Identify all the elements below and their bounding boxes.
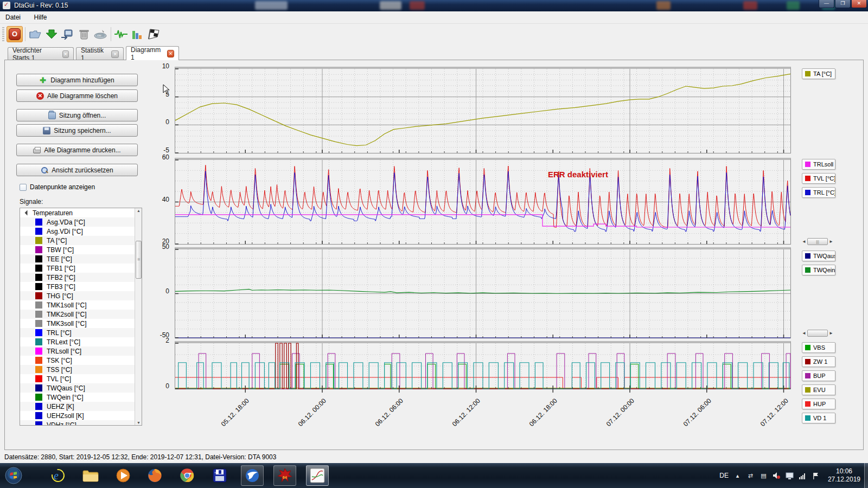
- signal-row[interactable]: TMK3soll [°C]: [20, 319, 142, 328]
- menu-datei[interactable]: Datei: [0, 11, 26, 23]
- csv-export-button[interactable]: csv: [92, 26, 108, 42]
- add-diagram-button[interactable]: ✚ Diagramm hinzufügen: [16, 74, 138, 86]
- signal-row[interactable]: TRLsoll [°C]: [20, 346, 142, 356]
- show-desktop-button[interactable]: [864, 463, 868, 488]
- chart-panel-outdoor-temp[interactable]: [175, 67, 791, 153]
- reset-view-button[interactable]: Ansicht zurücksetzen: [16, 164, 138, 176]
- signal-row[interactable]: TFB3 [°C]: [20, 282, 142, 291]
- taskbar-firefox[interactable]: [143, 465, 166, 486]
- import-button[interactable]: [59, 26, 75, 42]
- scroll-thumb[interactable]: |||: [807, 238, 828, 245]
- signal-row[interactable]: TSS [°C]: [20, 365, 142, 374]
- close-button[interactable]: ✕: [851, 0, 867, 8]
- tab-close-icon[interactable]: ✕: [167, 50, 174, 57]
- legend-item[interactable]: HUP: [802, 399, 835, 409]
- signal-row[interactable]: Asg.VDa [°C]: [20, 217, 142, 227]
- scroll-left-icon[interactable]: ◄: [802, 331, 806, 336]
- taskbar-blue-disk-app[interactable]: †: [208, 465, 231, 486]
- legend-item[interactable]: TRL [°C]: [802, 187, 835, 198]
- sync-tray-icon[interactable]: ⇄: [746, 472, 755, 480]
- title-bar[interactable]: DtaGui - Rev: 0.15 — ❐ ✕: [0, 0, 868, 11]
- chart-panel-heating-temps[interactable]: ERR deaktiviert: [175, 158, 791, 245]
- tab-close-icon[interactable]: ✕: [111, 50, 119, 58]
- start-button[interactable]: [2, 465, 25, 486]
- tab-close-icon[interactable]: ✕: [62, 50, 69, 58]
- taskbar-red-64-app[interactable]: 64: [273, 465, 296, 486]
- taskbar-chrome[interactable]: [176, 465, 199, 486]
- scroll-down-icon[interactable]: ▼: [137, 421, 141, 425]
- taskbar-media-player[interactable]: [112, 465, 135, 486]
- legend-item[interactable]: TWQaus [°: [802, 251, 835, 261]
- tab-statistik[interactable]: Statistik 1 ✕: [76, 47, 124, 60]
- scroll-left-icon[interactable]: ◄: [802, 239, 806, 244]
- scroll-right-icon[interactable]: ►: [829, 239, 833, 244]
- signal-row[interactable]: TEE [°C]: [20, 254, 142, 264]
- signal-row[interactable]: THG [°C]: [20, 291, 142, 300]
- signal-row[interactable]: TVL [°C]: [20, 374, 142, 383]
- power-quit-button[interactable]: [7, 26, 23, 42]
- taskbar-internet-explorer[interactable]: e: [47, 465, 69, 486]
- legend-item[interactable]: TVL [°C]: [802, 173, 835, 184]
- chart-panel-digital-signals[interactable]: [175, 341, 791, 389]
- legend-item[interactable]: ZW 1: [802, 356, 835, 367]
- display-tray-icon[interactable]: [786, 472, 794, 480]
- clipboard-tray-icon[interactable]: ▤: [760, 472, 768, 480]
- signal-row[interactable]: TWQaus [°C]: [20, 383, 142, 393]
- taskbar-clock[interactable]: 10:06 27.12.2019: [825, 467, 864, 484]
- taskbar-dtagui[interactable]: [306, 465, 329, 486]
- scroll-thumb[interactable]: [807, 330, 828, 337]
- minimize-button[interactable]: —: [819, 0, 834, 8]
- tree-expand-icon[interactable]: [25, 210, 30, 216]
- taskbar-thunderbird[interactable]: [241, 465, 264, 486]
- toolbar-grip[interactable]: [2, 27, 4, 41]
- network-tray-icon[interactable]: [799, 472, 807, 480]
- taskbar-explorer[interactable]: [79, 465, 102, 486]
- print-all-diagrams-button[interactable]: Alle Diagramme drucken...: [16, 144, 138, 156]
- signal-list[interactable]: Temperaturen Asg.VDa [°C]Asg.VDi [°C]TA …: [20, 208, 142, 426]
- open-folder-button[interactable]: [27, 26, 43, 42]
- show-datapoints-checkbox[interactable]: [20, 184, 27, 191]
- signal-row[interactable]: TFB2 [°C]: [20, 273, 142, 282]
- signal-list-scrollbar[interactable]: ▲ ▼: [135, 208, 142, 425]
- legend-item[interactable]: TRLsoll [°C: [802, 159, 835, 170]
- tab-verdichter-starts[interactable]: Verdichter Starts 1 ✕: [8, 47, 74, 60]
- open-session-button[interactable]: Sitzung öffnen...: [16, 109, 138, 121]
- legend-item[interactable]: VBS: [802, 342, 835, 353]
- signal-row[interactable]: TMK2soll [°C]: [20, 310, 142, 319]
- download-button[interactable]: [43, 26, 60, 42]
- signal-row[interactable]: TA [°C]: [20, 236, 142, 245]
- p3-h-scrollbar[interactable]: ◄►: [802, 329, 833, 337]
- diagram-button[interactable]: [113, 26, 129, 42]
- signal-row[interactable]: TSK [°C]: [20, 356, 142, 365]
- legend-item[interactable]: EVU: [802, 384, 835, 395]
- chart-panel-source-temps[interactable]: [175, 247, 791, 338]
- signal-row[interactable]: TMK1soll [°C]: [20, 300, 142, 310]
- flag-tray-icon[interactable]: [812, 472, 820, 480]
- legend-item[interactable]: VD 1: [802, 413, 835, 423]
- statistic-button[interactable]: [129, 26, 145, 42]
- signal-row[interactable]: TFB1 [°C]: [20, 264, 142, 273]
- tab-diagramm[interactable]: Diagramm 1 ✕: [126, 46, 179, 60]
- signal-row[interactable]: TRLext [°C]: [20, 337, 142, 346]
- signal-row[interactable]: UEHZ [K]: [20, 402, 142, 411]
- maximize-button[interactable]: ❐: [835, 0, 851, 8]
- language-indicator[interactable]: DE: [719, 472, 729, 479]
- scroll-up-icon[interactable]: ▲: [137, 209, 141, 213]
- delete-button[interactable]: [76, 26, 92, 42]
- tree-group-temperaturen[interactable]: Temperaturen: [20, 208, 142, 217]
- scroll-right-icon[interactable]: ►: [829, 331, 833, 336]
- legend-item[interactable]: TA [°C]: [802, 68, 835, 79]
- hidden-icons-chevron[interactable]: ▴: [733, 472, 742, 480]
- signal-row[interactable]: Asg.VDi [°C]: [20, 227, 142, 236]
- menu-hilfe[interactable]: Hilfe: [28, 11, 52, 23]
- signal-row[interactable]: TBW [°C]: [20, 245, 142, 254]
- save-session-button[interactable]: Sitzung speichern...: [16, 124, 138, 137]
- volume-tray-icon[interactable]: [773, 472, 781, 480]
- signal-row[interactable]: TWQein [°C]: [20, 393, 142, 402]
- signal-row[interactable]: VDHz [°C]: [20, 420, 142, 426]
- delete-all-diagrams-button[interactable]: ✕ Alle Diagramme löschen: [16, 89, 138, 102]
- legend-item[interactable]: TWQein [°: [802, 265, 835, 275]
- verdichter-starts-button[interactable]: [145, 26, 162, 42]
- p2-h-scrollbar[interactable]: ◄|||►: [802, 237, 833, 246]
- signal-row[interactable]: TRL [°C]: [20, 328, 142, 337]
